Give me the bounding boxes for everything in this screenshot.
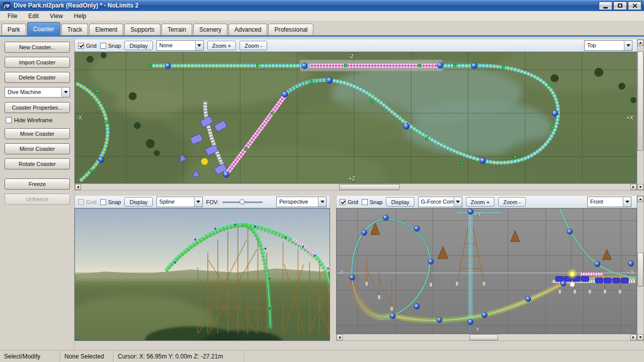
- tab-track[interactable]: Track: [61, 24, 89, 35]
- front-grid-checkbox[interactable]: Grid: [340, 199, 358, 205]
- status-selection: None Selected: [60, 350, 114, 362]
- hide-wireframe-checkbox[interactable]: [6, 117, 12, 123]
- scroll-left-button[interactable]: [75, 184, 81, 190]
- scroll-down-button[interactable]: [637, 184, 643, 190]
- front-viewport[interactable]: [336, 208, 637, 334]
- minimize-icon: [603, 7, 608, 9]
- front-zoom-out-button[interactable]: Zoom -: [498, 197, 526, 207]
- main-tab-bar: Park Coaster Track Element Supports Terr…: [0, 21, 644, 35]
- scroll-right-button[interactable]: [630, 184, 636, 190]
- top-grid-checkbox[interactable]: Grid: [78, 43, 97, 49]
- scroll-left-button[interactable]: [337, 334, 343, 340]
- persp-display-mode-value: Spline: [157, 197, 194, 207]
- arrow-right-icon: [632, 186, 634, 189]
- app-icon: [3, 2, 11, 10]
- chevron-down-icon: [197, 44, 201, 47]
- front-mode-arrow[interactable]: [454, 197, 462, 207]
- chevron-down-icon: [625, 201, 629, 203]
- terrain: [75, 52, 636, 183]
- maximize-button[interactable]: [613, 2, 627, 10]
- scroll-up-button[interactable]: [637, 196, 643, 202]
- persp-mode-arrow[interactable]: [194, 197, 202, 207]
- persp-display-button[interactable]: Display: [124, 197, 152, 207]
- persp-grid-checkbox: Grid: [78, 199, 97, 205]
- front-view-select[interactable]: Front: [587, 197, 631, 207]
- chevron-down-icon: [626, 44, 630, 47]
- top-zoom-in-button[interactable]: Zoom +: [207, 41, 236, 50]
- active-tab-strip: [0, 35, 644, 37]
- front-horizontal-scrollbar[interactable]: [336, 334, 637, 341]
- top-zoom-out-button[interactable]: Zoom -: [239, 41, 267, 50]
- tab-terrain[interactable]: Terrain: [162, 24, 192, 35]
- chevron-down-icon: [196, 201, 200, 203]
- tab-park[interactable]: Park: [2, 24, 26, 35]
- front-snap-checkbox[interactable]: Snap: [362, 199, 383, 205]
- scroll-thumb[interactable]: [469, 334, 498, 340]
- mirror-coaster-button[interactable]: Mirror Coaster: [5, 143, 70, 154]
- scroll-thumb[interactable]: [637, 51, 643, 151]
- scroll-thumb[interactable]: [339, 184, 399, 190]
- title-bar: Dive Park.nl2park (ReadOnly) * - NoLimit…: [0, 0, 644, 11]
- top-vertical-scrollbar[interactable]: [637, 39, 644, 191]
- coaster-select-arrow[interactable]: [61, 87, 69, 97]
- close-icon: [632, 3, 637, 9]
- new-coaster-button[interactable]: New Coaster...: [5, 42, 70, 53]
- top-view-select-value: Top: [585, 41, 624, 50]
- tab-professional[interactable]: Professional: [268, 24, 313, 35]
- menu-view[interactable]: View: [44, 12, 68, 21]
- menu-edit[interactable]: Edit: [23, 12, 44, 21]
- top-display-mode-select[interactable]: None: [156, 40, 204, 51]
- chevron-down-icon: [456, 201, 460, 203]
- scroll-down-button[interactable]: [637, 334, 643, 340]
- front-display-button[interactable]: Display: [386, 197, 414, 207]
- rotate-coaster-button[interactable]: Rotate Coaster: [5, 158, 70, 169]
- persp-view-select-value: Perspective: [277, 197, 318, 207]
- scroll-thumb[interactable]: [637, 252, 643, 287]
- arrow-up-icon: [639, 198, 642, 200]
- coaster-select-value: Dive Machine: [5, 87, 61, 97]
- tab-advanced[interactable]: Advanced: [228, 24, 267, 35]
- persp-view-select[interactable]: Perspective: [276, 197, 327, 207]
- top-view-select[interactable]: Top: [584, 40, 632, 51]
- menu-help[interactable]: Help: [68, 12, 92, 21]
- tab-supports[interactable]: Supports: [124, 24, 160, 35]
- tab-scenery[interactable]: Scenery: [193, 24, 227, 35]
- top-viewport[interactable]: [74, 52, 637, 184]
- status-cursor-position: Cursor: X: 56.95m Y: 0.00m Z: -27.21m: [114, 350, 245, 362]
- persp-view-arrow[interactable]: [318, 197, 326, 207]
- import-coaster-button[interactable]: Import Coaster: [5, 57, 70, 68]
- front-zoom-in-button[interactable]: Zoom +: [466, 197, 495, 207]
- top-view-arrow[interactable]: [624, 41, 632, 50]
- persp-display-mode-select[interactable]: Spline: [156, 197, 203, 207]
- top-snap-checkbox[interactable]: Snap: [100, 43, 121, 49]
- top-display-button[interactable]: Display: [124, 41, 152, 50]
- tab-element[interactable]: Element: [89, 24, 123, 35]
- menu-file[interactable]: File: [2, 12, 23, 21]
- scroll-up-button[interactable]: [637, 40, 643, 46]
- minimize-button[interactable]: [599, 2, 612, 10]
- front-display-mode-select[interactable]: G-Force Com: [418, 197, 462, 207]
- fov-slider-thumb[interactable]: [239, 199, 245, 205]
- arrow-left-icon: [77, 186, 79, 189]
- front-view-arrow[interactable]: [623, 197, 631, 207]
- window-title: Dive Park.nl2park (ReadOnly) * - NoLimit…: [14, 2, 599, 9]
- close-button[interactable]: [628, 2, 641, 10]
- top-mode-arrow[interactable]: [195, 41, 203, 50]
- status-mode: Select/Modify: [0, 350, 60, 362]
- move-coaster-button[interactable]: Move Coaster: [5, 128, 70, 139]
- delete-coaster-button[interactable]: Delete Coaster: [5, 72, 70, 83]
- front-grid-label: Grid: [348, 199, 358, 205]
- persp-grid-label: Grid: [86, 199, 97, 205]
- coaster-select[interactable]: Dive Machine: [5, 87, 70, 98]
- menu-bar: File Edit View Help: [0, 11, 644, 21]
- tab-coaster[interactable]: Coaster: [27, 22, 60, 35]
- fov-slider[interactable]: [222, 198, 263, 206]
- persp-snap-checkbox[interactable]: Snap: [100, 199, 121, 205]
- scroll-right-button[interactable]: [630, 334, 636, 340]
- persp-snap-label: Snap: [108, 199, 121, 205]
- freeze-button[interactable]: Freeze: [5, 178, 70, 190]
- coaster-properties-button[interactable]: Coaster Properties...: [5, 102, 70, 113]
- front-vertical-scrollbar[interactable]: [637, 196, 644, 341]
- top-horizontal-scrollbar[interactable]: [74, 184, 637, 191]
- perspective-viewport[interactable]: [74, 208, 330, 341]
